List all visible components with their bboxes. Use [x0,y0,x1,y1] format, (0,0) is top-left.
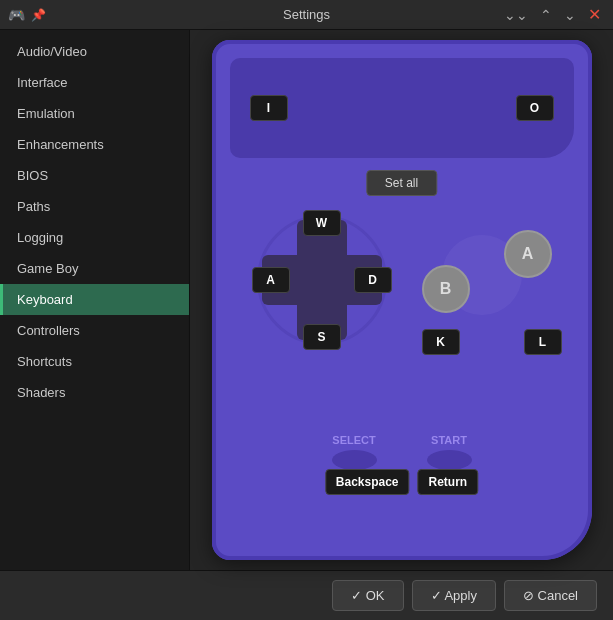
close-button[interactable]: ✕ [584,3,605,26]
sidebar-item-shaders[interactable]: Shaders [0,377,189,408]
sidebar-item-interface[interactable]: Interface [0,67,189,98]
restore-button[interactable]: ⌄ [560,5,580,25]
pin-icon: 📌 [31,8,46,22]
sidebar-item-paths[interactable]: Paths [0,191,189,222]
key-d-button[interactable]: D [354,267,392,293]
sidebar-item-controllers[interactable]: Controllers [0,315,189,346]
ok-button[interactable]: ✓ OK [332,580,403,611]
key-w-button[interactable]: W [303,210,341,236]
btn-a[interactable]: A [504,230,552,278]
titlebar: 🎮 📌 Settings ⌄⌄ ⌃ ⌄ ✕ [0,0,613,30]
select-button-area: SELECT [332,434,377,470]
sidebar-item-audio-video[interactable]: Audio/Video [0,36,189,67]
sidebar-item-shortcuts[interactable]: Shortcuts [0,346,189,377]
maximize-button[interactable]: ⌃ [536,5,556,25]
cancel-button[interactable]: ⊘ Cancel [504,580,597,611]
start-oval-button[interactable] [427,450,472,470]
select-label: SELECT [332,434,375,446]
titlebar-left: 🎮 📌 [8,7,46,23]
sidebar-item-emulation[interactable]: Emulation [0,98,189,129]
key-backspace-button[interactable]: Backspace [325,469,410,495]
select-start-keys: Backspace Return [325,469,478,495]
titlebar-controls: ⌄⌄ ⌃ ⌄ ✕ [500,3,605,26]
key-k-area: K [422,329,460,355]
app-icon: 🎮 [8,7,25,23]
key-a-button[interactable]: A [252,267,290,293]
sidebar-item-game-boy[interactable]: Game Boy [0,253,189,284]
key-k-button[interactable]: K [422,329,460,355]
btn-b[interactable]: B [422,265,470,313]
dpad-area: W S A D [252,210,392,350]
apply-button[interactable]: ✓ Apply [412,580,496,611]
screen-area: I O [230,58,574,158]
dpad-right: D [354,267,392,293]
key-i-button[interactable]: I [250,95,288,121]
window-title: Settings [283,7,330,22]
start-label: START [431,434,467,446]
sidebar-item-logging[interactable]: Logging [0,222,189,253]
dpad-left: A [252,267,290,293]
key-o-button[interactable]: O [516,95,554,121]
key-l-area: L [524,329,562,355]
start-button-area: START [427,434,472,470]
sidebar-item-keyboard[interactable]: Keyboard [0,284,189,315]
sidebar-item-enhancements[interactable]: Enhancements [0,129,189,160]
bottom-bar: ✓ OK ✓ Apply ⊘ Cancel [0,570,613,620]
minimize-button[interactable]: ⌄⌄ [500,5,532,25]
keyboard-content: I O Set all W S A D [190,30,613,570]
key-l-button[interactable]: L [524,329,562,355]
dpad-up: W [303,210,341,236]
set-all-button[interactable]: Set all [366,170,437,196]
select-oval-button[interactable] [332,450,377,470]
sidebar: Audio/Video Interface Emulation Enhancem… [0,30,190,570]
dpad-down: S [303,324,341,350]
sidebar-item-bios[interactable]: BIOS [0,160,189,191]
action-area: A B K L [412,225,562,355]
gameboy-controller: I O Set all W S A D [212,40,592,560]
key-s-button[interactable]: S [303,324,341,350]
select-start-area: SELECT START [332,434,472,470]
key-return-button[interactable]: Return [418,469,479,495]
main-layout: Audio/Video Interface Emulation Enhancem… [0,30,613,570]
